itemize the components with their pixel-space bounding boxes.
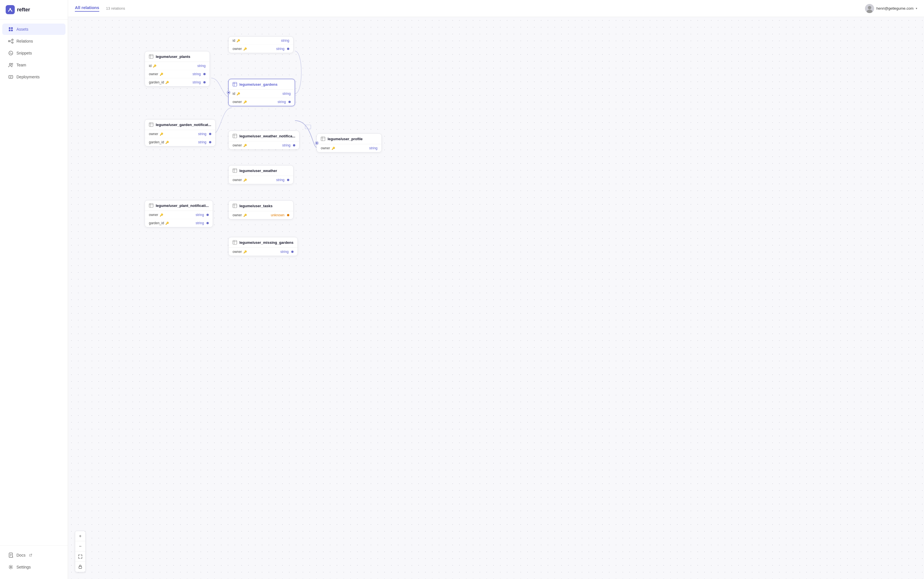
sidebar-item-deployments[interactable]: Deployments	[2, 71, 65, 83]
table-icon	[233, 168, 237, 173]
key-icon: 🔑	[165, 141, 169, 144]
settings-icon	[8, 564, 14, 570]
svg-rect-3	[11, 27, 13, 29]
sidebar-item-snippets[interactable]: Snippets	[2, 47, 65, 59]
sidebar-item-relations-label: Relations	[16, 39, 33, 43]
sidebar-item-assets[interactable]: Assets	[2, 24, 65, 35]
db-card-row: owner 🔑 string	[228, 248, 298, 256]
svg-point-14	[11, 63, 13, 64]
card-title: legume/user_garden_notificat...	[156, 123, 211, 127]
card-title: legume/user_plants	[156, 54, 190, 59]
db-card-header: legume/user_garden_notificat...	[145, 119, 215, 130]
key-icon: 🔑	[160, 213, 163, 217]
svg-point-6	[8, 41, 10, 42]
key-icon: 🔑	[243, 250, 247, 254]
zoom-in-button[interactable]: +	[75, 531, 85, 541]
db-card-row: owner 🔑 string	[145, 130, 215, 138]
db-card-user-profile: legume/user_profile owner 🔑 string	[316, 133, 382, 152]
key-icon: 🔑	[332, 147, 335, 150]
db-card-header: legume/user_plants	[145, 51, 210, 62]
connection-dot	[287, 179, 289, 181]
key-icon: 🔑	[165, 222, 169, 225]
key-icon: 🔑	[243, 100, 247, 104]
key-icon: 🔑	[236, 39, 240, 42]
relations-icon	[8, 38, 14, 44]
db-card-row: id 🔑 string	[228, 37, 293, 45]
db-card-row: owner 🔑 string	[228, 98, 295, 106]
svg-point-1	[10, 8, 11, 10]
db-card-header: legume/user_missing_gardens	[228, 237, 298, 248]
svg-rect-48	[149, 203, 153, 208]
user-menu[interactable]: henri@getlegume.com ▾	[865, 4, 917, 13]
connection-dot-left	[227, 91, 230, 94]
svg-rect-5	[11, 29, 13, 31]
svg-point-8	[12, 42, 13, 43]
svg-rect-2	[9, 27, 10, 29]
logo-icon	[6, 5, 15, 14]
svg-rect-33	[149, 123, 153, 127]
connections-svg	[68, 17, 924, 579]
svg-point-22	[10, 566, 11, 568]
card-title: legume/user_weather	[240, 168, 277, 173]
db-card-header: legume/user_plant_notificati...	[145, 200, 213, 211]
card-title: legume/user_missing_gardens	[240, 240, 293, 245]
db-card-header: legume/user_weather	[228, 165, 293, 176]
sidebar-item-team[interactable]: Team	[2, 59, 65, 71]
zoom-fit-button[interactable]	[75, 551, 85, 562]
key-icon: 🔑	[153, 64, 156, 67]
db-card-user-tasks: legume/user_tasks owner 🔑 unknown	[228, 200, 293, 219]
topbar-tabs: All relations 13 relations	[75, 5, 125, 11]
db-card-header: legume/user_tasks	[228, 201, 293, 211]
db-card-row: owner 🔑 string	[145, 70, 210, 79]
svg-rect-51	[233, 240, 237, 244]
zoom-controls: + −	[75, 531, 86, 572]
user-email: henri@getlegume.com	[876, 6, 914, 10]
connection-dot	[288, 101, 291, 103]
svg-line-10	[10, 41, 12, 42]
card-title: legume/user_plant_notificati...	[156, 203, 209, 208]
docs-icon	[8, 552, 14, 558]
svg-rect-4	[9, 29, 10, 31]
key-icon: 🔑	[160, 132, 163, 136]
db-card-row: garden_id 🔑 string	[145, 138, 215, 146]
zoom-out-button[interactable]: −	[75, 541, 85, 551]
connection-dot	[291, 250, 293, 253]
connection-dot	[293, 144, 295, 146]
table-icon	[233, 240, 237, 245]
key-icon: 🔑	[243, 144, 247, 147]
svg-line-9	[10, 40, 12, 41]
team-icon	[8, 62, 14, 68]
table-icon	[233, 82, 237, 87]
connection-dot	[209, 133, 211, 135]
sidebar-item-docs-label: Docs	[16, 553, 26, 558]
db-card-top: id 🔑 string owner 🔑 string	[228, 36, 293, 53]
db-card-row: garden_id 🔑 string	[145, 79, 210, 86]
sidebar-item-relations[interactable]: Relations	[2, 36, 65, 47]
db-card-row: owner 🔑 string	[145, 211, 213, 219]
tab-all-relations[interactable]: All relations	[75, 5, 99, 11]
db-card-row: id 🔑 string	[228, 90, 295, 98]
table-icon	[321, 137, 325, 141]
logo: refter	[0, 0, 68, 20]
assets-icon	[8, 26, 14, 32]
table-icon	[149, 54, 153, 59]
svg-rect-30	[233, 82, 237, 86]
sidebar-item-settings[interactable]: Settings	[2, 561, 65, 573]
svg-rect-54	[79, 566, 81, 569]
db-card-user-plants: legume/user_plants id 🔑 string owner 🔑 s…	[145, 51, 210, 87]
db-card-header: legume/user_weather_notifica...	[228, 131, 299, 141]
deployments-icon	[8, 74, 14, 80]
key-icon: 🔑	[243, 47, 247, 51]
db-card-row: owner 🔑 string	[228, 176, 293, 184]
svg-rect-39	[321, 137, 325, 141]
svg-rect-26	[305, 125, 311, 129]
card-title: legume/user_weather_notifica...	[240, 134, 295, 138]
zoom-lock-button[interactable]	[75, 562, 85, 572]
svg-rect-42	[233, 168, 237, 173]
connection-dot	[203, 73, 205, 75]
topbar: All relations 13 relations henri@getlegu…	[68, 0, 924, 17]
sidebar-item-docs[interactable]: Docs	[2, 550, 65, 561]
svg-point-24	[868, 6, 871, 9]
db-card-header: legume/user_profile	[317, 134, 381, 144]
svg-point-11	[9, 51, 13, 55]
